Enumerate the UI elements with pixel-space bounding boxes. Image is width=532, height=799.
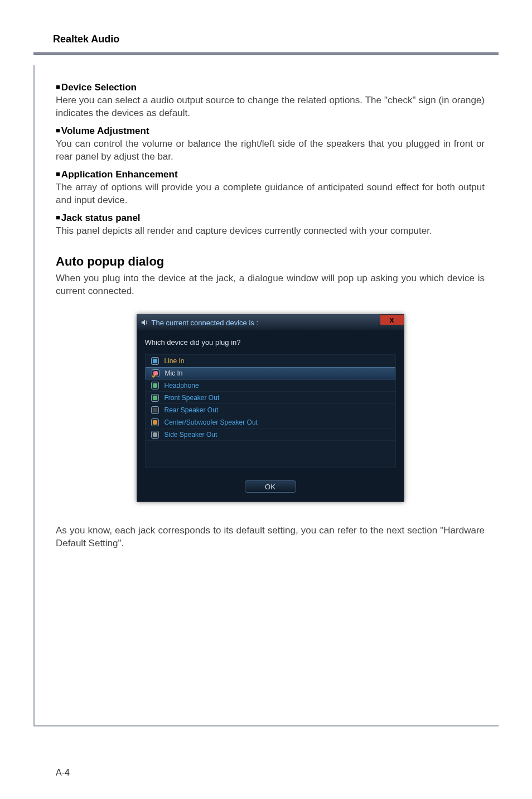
- dialog-titlebar[interactable]: The current connected device is : x: [137, 315, 404, 330]
- jack-icon: [151, 406, 159, 414]
- device-side-speaker[interactable]: Side Speaker Out: [146, 429, 395, 441]
- section-jack-body: This panel depicts all render and captur…: [56, 225, 485, 238]
- device-label: Mic In: [165, 369, 389, 377]
- device-headphone[interactable]: Headphone: [146, 379, 395, 392]
- section-device-selection-title: Device Selection: [56, 82, 485, 93]
- section-enhancement-body: The array of options will provide you a …: [56, 181, 485, 207]
- dialog-title: The current connected device is :: [152, 319, 259, 327]
- section-volume-title: Volume Adjustment: [56, 126, 485, 137]
- check-icon: ✓: [151, 370, 158, 381]
- auto-popup-after-body: As you know, each jack corresponds to it…: [56, 524, 485, 550]
- close-button[interactable]: x: [380, 314, 404, 325]
- header-divider: [33, 52, 499, 55]
- jack-icon: [151, 431, 159, 439]
- jack-icon: ✓: [152, 369, 159, 377]
- device-label: Front Speaker Out: [165, 394, 390, 402]
- section-jack-title: Jack status panel: [56, 213, 485, 224]
- device-center-sub[interactable]: Center/Subwoofer Speaker Out: [146, 416, 395, 429]
- list-spacer: [146, 441, 395, 468]
- device-dialog: The current connected device is : x Whic…: [137, 314, 404, 502]
- section-enhancement-title: Application Enhancement: [56, 169, 485, 180]
- dialog-prompt: Which device did you plug in?: [145, 338, 396, 346]
- page-header: Realtek Audio: [53, 33, 499, 45]
- svg-marker-0: [141, 320, 144, 326]
- device-front-speaker[interactable]: Front Speaker Out: [146, 392, 395, 404]
- jack-icon: [151, 418, 159, 426]
- device-mic-in[interactable]: ✓ Mic In: [146, 367, 395, 379]
- device-label: Headphone: [165, 382, 390, 389]
- section-volume-body: You can control the volume or balance th…: [56, 138, 485, 163]
- jack-icon: [151, 357, 159, 365]
- page-number: A-4: [56, 768, 70, 778]
- ok-button[interactable]: OK: [245, 480, 296, 493]
- auto-popup-heading: Auto popup dialog: [56, 254, 485, 269]
- device-label: Side Speaker Out: [165, 431, 390, 439]
- section-device-selection-body: Here you can select a audio output sourc…: [56, 94, 485, 120]
- auto-popup-body: When you plug into the device at the jac…: [56, 272, 485, 298]
- device-line-in[interactable]: Line In: [146, 355, 395, 367]
- device-label: Line In: [165, 357, 390, 365]
- jack-icon: [151, 382, 159, 389]
- device-list: Line In ✓ Mic In Headphone: [145, 354, 396, 468]
- device-label: Rear Speaker Out: [165, 406, 390, 414]
- content-frame: Device Selection Here you can select a a…: [33, 65, 499, 726]
- device-label: Center/Subwoofer Speaker Out: [165, 418, 390, 426]
- jack-icon: [151, 394, 159, 402]
- speaker-icon: [141, 318, 149, 327]
- device-rear-speaker[interactable]: Rear Speaker Out: [146, 404, 395, 416]
